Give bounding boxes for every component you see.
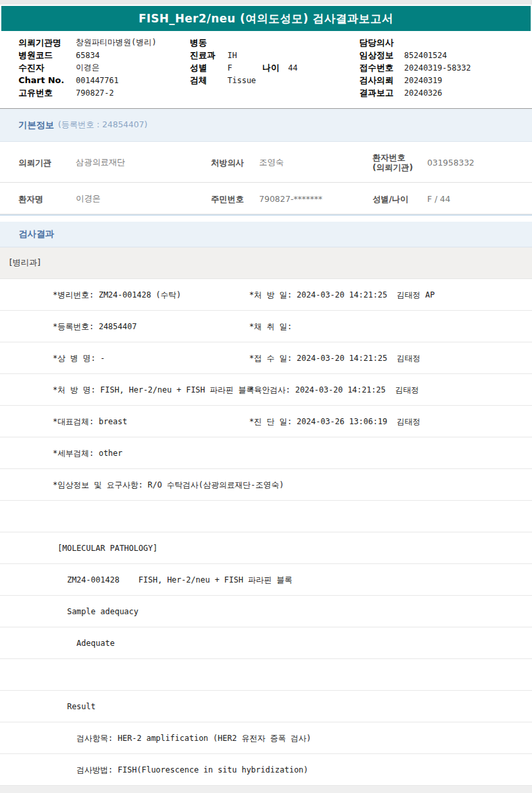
- report-line: [MOLECULAR PATHOLOGY]: [0, 532, 532, 564]
- field-label: 병동: [190, 37, 227, 49]
- patient-header-row: 담당의사: [359, 36, 471, 49]
- report-line-left: *임상정보 및 요구사항: R/O 수탁검사(삼광의료재단-조영숙): [53, 479, 284, 490]
- report-line: Adequate: [0, 627, 532, 659]
- field-label: 고유번호: [18, 87, 76, 99]
- field-value: 삼광의료재단: [76, 156, 125, 168]
- field-value: 44: [288, 63, 323, 73]
- field-label: 검사의뢰: [359, 75, 404, 86]
- report-line-left: *등록번호: 24854407: [53, 321, 136, 332]
- report-line: [0, 659, 532, 691]
- field-label: 담당의사: [359, 37, 404, 49]
- patient-header-col-right: 담당의사임상정보852401524접수번호20240319-58332검사의뢰2…: [359, 36, 471, 99]
- field-value: Tissue: [227, 76, 262, 85]
- field-value: 790827-*******: [259, 193, 322, 203]
- field-value: F: [227, 63, 262, 73]
- field-value: 이경은: [76, 62, 100, 73]
- report-title-bar: FISH_Her2/neu (여의도성모) 검사결과보고서: [1, 6, 531, 31]
- patient-header-row: Chart No.001447761: [18, 74, 156, 86]
- field-label: 결과보고: [359, 87, 404, 99]
- page-bottom-strip: [0, 786, 532, 793]
- field-label: 성별: [190, 62, 227, 74]
- field-label-sub: (의뢰기관): [372, 162, 413, 172]
- field-label: 성별/나이: [372, 193, 409, 203]
- report-line-right: *진 단 일: 2024-03-26 13:06:19 김태정: [249, 416, 421, 427]
- report-line: *세부검체: other: [0, 437, 532, 469]
- department-label: [병리과]: [9, 257, 40, 269]
- report-line-left: *세부검체: other: [53, 447, 123, 459]
- report-line: *대표검체: breast*진 단 일: 2024-03-26 13:06:19…: [0, 406, 532, 437]
- report-line: *처 방 명: FISH, Her-2/neu + FISH 파라핀 블록*육안…: [0, 374, 532, 406]
- report-line-left: *처 방 명: FISH, Her-2/neu + FISH 파라핀 블록: [53, 384, 254, 395]
- report-line-left: *병리번호: ZM24-001428 (수탁): [53, 289, 181, 300]
- page-top-strip: [0, 0, 532, 6]
- report-line: *상 병 명: -*접 수 일: 2024-03-20 14:21:25 김태정: [0, 342, 532, 374]
- field-value: 창원파티마병원(병리): [76, 37, 156, 48]
- patient-header-row: 접수번호20240319-58332: [359, 61, 471, 74]
- report-line-right: *접 수 일: 2024-03-20 14:21:25 김태정: [249, 352, 421, 364]
- field-value: 001447761: [76, 76, 119, 85]
- report-line-left: 검사항목: HER-2 amplification (HER2 유전자 증폭 검…: [53, 732, 311, 744]
- patient-header-row: 병동: [190, 36, 323, 49]
- field-label: 진료과: [190, 49, 227, 61]
- patient-header-row: 성별F나이44: [190, 61, 323, 74]
- table-row: 환자명이경은주민번호790827-*******성별/나이F / 44: [0, 183, 532, 214]
- report-line: 검사항목: HER-2 amplification (HER2 유전자 증폭 검…: [0, 722, 532, 754]
- patient-header-col-left: 의뢰기관명창원파티마병원(병리)병원코드65834수진자이경은Chart No.…: [18, 36, 156, 99]
- report-line-left: Adequate: [53, 639, 115, 648]
- report-line: *임상정보 및 요구사항: R/O 수탁검사(삼광의료재단-조영숙): [0, 469, 532, 501]
- report-line-right: *처 방 일: 2024-03-20 14:21:25 김태정 AP: [249, 289, 435, 300]
- field-value: 031958332: [427, 157, 475, 167]
- report-line: *등록번호: 24854407*채 취 일:: [0, 311, 532, 342]
- table-row: 의뢰기관삼광의료재단처방의사조영숙환자번호(의뢰기관)031958332: [0, 142, 532, 183]
- report-line-left: *대표검체: breast: [53, 416, 127, 427]
- results-table: *병리번호: ZM24-001428 (수탁)*처 방 일: 2024-03-2…: [0, 279, 532, 786]
- field-value: 790827-2: [76, 88, 114, 98]
- patient-header-row: 고유번호790827-2: [18, 86, 156, 99]
- basic-info-section-header: 기본정보 (등록번호 : 24854407): [0, 109, 532, 142]
- field-label: 병원코드: [18, 49, 76, 61]
- basic-info-table: 의뢰기관삼광의료재단처방의사조영숙환자번호(의뢰기관)031958332환자명이…: [0, 142, 532, 216]
- patient-header-row: 의뢰기관명창원파티마병원(병리): [18, 36, 156, 49]
- field-value: F / 44: [427, 193, 450, 203]
- field-value: 20240319-58332: [404, 63, 471, 73]
- report-line: *병리번호: ZM24-001428 (수탁)*처 방 일: 2024-03-2…: [0, 279, 532, 311]
- department-row: [병리과]: [0, 247, 532, 279]
- field-label: 환자명: [18, 193, 44, 203]
- report-line: [0, 501, 532, 532]
- field-value: 조영숙: [259, 156, 284, 168]
- field-label: 수진자: [18, 62, 76, 74]
- patient-header-row: 결과보고20240326: [359, 86, 471, 99]
- field-label: 주민번호: [211, 193, 244, 203]
- report-line-left: [MOLECULAR PATHOLOGY]: [53, 544, 158, 553]
- field-value: 이경은: [76, 193, 101, 204]
- field-label: 나이: [262, 62, 288, 74]
- field-value: 20240319: [404, 76, 442, 85]
- field-label: 접수번호: [359, 62, 404, 74]
- report-line-left: Result: [53, 702, 96, 711]
- field-label: Chart No.: [18, 75, 76, 85]
- field-label: 임상정보: [359, 49, 404, 61]
- field-value: 20240326: [404, 88, 442, 98]
- patient-header-row: 검체Tissue: [190, 74, 323, 86]
- patient-header-row: 병원코드65834: [18, 49, 156, 61]
- report-line: ZM24-001428 FISH, Her-2/neu + FISH 파라핀 블…: [0, 564, 532, 596]
- report-line-right: *육안검사: 2024-03-20 14:21:25 김태정: [249, 384, 419, 395]
- report-title: FISH_Her2/neu (여의도성모) 검사결과보고서: [138, 11, 394, 26]
- report-line-right: *채 취 일:: [249, 321, 292, 332]
- patient-header-row: 진료과IH: [190, 49, 323, 61]
- report-line-left: Sample adequacy: [53, 607, 138, 616]
- patient-header-row: 검사의뢰20240319: [359, 74, 471, 86]
- patient-header-row: 수진자이경은: [18, 61, 156, 74]
- field-label: 환자번호(의뢰기관): [372, 152, 413, 172]
- results-title: 검사결과: [18, 228, 54, 240]
- field-label: 검체: [190, 75, 227, 86]
- results-section-header: 검사결과: [0, 222, 532, 247]
- basic-info-title: 기본정보: [18, 119, 54, 131]
- report-line: Sample adequacy: [0, 596, 532, 627]
- field-label: 의뢰기관명: [18, 37, 76, 49]
- report-line-left: ZM24-001428 FISH, Her-2/neu + FISH 파라핀 블…: [53, 574, 292, 585]
- field-value: IH: [227, 51, 262, 60]
- report-line: 검사방법: FISH(Fluorescence in situ hybridiz…: [0, 754, 532, 786]
- field-label: 의뢰기관: [18, 157, 51, 167]
- field-value: 65834: [76, 51, 100, 60]
